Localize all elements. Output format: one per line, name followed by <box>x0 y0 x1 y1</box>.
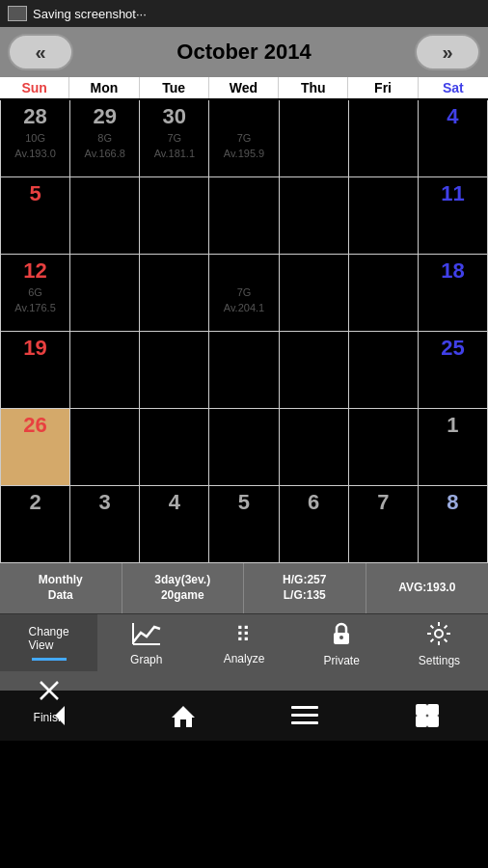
table-row[interactable]: 16 <box>280 255 349 332</box>
svg-rect-13 <box>428 705 438 715</box>
graph-icon <box>131 621 162 649</box>
menu-button[interactable] <box>284 694 326 737</box>
screenshot-icon <box>8 6 27 21</box>
svg-rect-10 <box>291 714 318 717</box>
dow-wed: Wed <box>209 77 279 98</box>
table-row[interactable]: 25 <box>419 332 488 409</box>
table-row[interactable]: 23 <box>280 332 349 409</box>
table-row[interactable]: 24 <box>349 332 419 409</box>
svg-rect-12 <box>417 705 426 715</box>
home-button[interactable] <box>162 694 204 737</box>
svg-marker-8 <box>172 706 195 727</box>
change-view-button[interactable]: ChangeView <box>0 614 97 671</box>
table-row[interactable]: 3 <box>70 486 140 563</box>
day-of-week-header: Sun Mon Tue Wed Thu Fri Sat <box>0 77 488 100</box>
recent-apps-button[interactable] <box>406 694 448 737</box>
change-view-underline <box>32 658 67 661</box>
dow-mon: Mon <box>69 77 139 98</box>
settings-button[interactable]: Settings <box>391 614 488 671</box>
table-row[interactable]: 307GAv.181.1 <box>140 100 209 177</box>
table-row[interactable]: 4 <box>140 486 209 563</box>
dow-sat: Sat <box>419 77 488 98</box>
stats-bar: MonthlyData 3day(3ev.)20game H/G:257L/G:… <box>0 563 488 613</box>
dow-sun: Sun <box>0 77 69 98</box>
private-button[interactable]: Private <box>293 614 391 671</box>
table-row[interactable]: 126GAv.176.5 <box>1 255 70 332</box>
table-row[interactable]: 7 <box>140 177 209 255</box>
system-nav-bar <box>0 691 488 741</box>
table-row[interactable]: 30 <box>280 409 349 486</box>
analyze-icon: ⠿ <box>235 623 253 648</box>
table-row[interactable]: 2 <box>280 100 349 177</box>
svg-point-4 <box>435 630 443 637</box>
table-row[interactable]: 20 <box>70 332 140 409</box>
today-cell[interactable]: 26 <box>1 409 70 486</box>
table-row[interactable]: 28 <box>140 409 209 486</box>
table-row[interactable]: 6 <box>280 486 349 563</box>
dow-tue: Tue <box>140 77 209 98</box>
monthly-data-stat: MonthlyData <box>0 563 122 613</box>
next-month-button[interactable]: » <box>415 34 480 70</box>
table-row[interactable]: 13 <box>70 255 140 332</box>
table-row[interactable]: 8 <box>209 177 279 255</box>
table-row[interactable]: 27 <box>70 409 140 486</box>
high-low-stat: H/G:257L/G:135 <box>244 563 366 613</box>
status-bar: Saving screenshot··· <box>0 0 488 27</box>
svg-rect-9 <box>291 706 318 709</box>
table-row[interactable]: 3 <box>349 100 419 177</box>
svg-marker-7 <box>55 706 65 725</box>
change-view-label: ChangeView <box>29 625 69 652</box>
settings-label: Settings <box>419 654 460 667</box>
analyze-button[interactable]: ⠿ Analyze <box>195 614 292 671</box>
back-button[interactable] <box>40 694 82 737</box>
table-row[interactable]: 4 <box>419 100 488 177</box>
table-row[interactable]: 29 <box>209 409 279 486</box>
table-row[interactable]: 5 <box>209 486 279 563</box>
table-row[interactable]: 2810GAv.193.0 <box>1 100 70 177</box>
table-row[interactable]: 17 <box>349 255 419 332</box>
analyze-label: Analyze <box>224 652 265 665</box>
svg-rect-15 <box>428 717 438 726</box>
graph-button[interactable]: Graph <box>97 614 195 671</box>
game-count-stat: 3day(3ev.)20game <box>122 563 245 613</box>
table-row[interactable]: 2 <box>1 486 70 563</box>
table-row[interactable]: 8 <box>419 486 488 563</box>
prev-month-button[interactable]: « <box>8 34 73 70</box>
table-row[interactable]: 7 <box>349 486 419 563</box>
calendar-grid: 2810GAv.193.0 298GAv.166.8 307GAv.181.1 … <box>0 100 488 563</box>
table-row[interactable]: 157GAv.204.1 <box>209 255 279 332</box>
table-row[interactable]: 31 <box>349 409 419 486</box>
svg-rect-14 <box>417 717 426 726</box>
table-row[interactable]: 11 <box>419 177 488 255</box>
calendar-header: « October 2014 » <box>0 27 488 77</box>
private-icon <box>328 620 355 650</box>
avg-stat: AVG:193.0 <box>366 563 489 613</box>
svg-point-3 <box>339 636 343 639</box>
status-text: Saving screenshot··· <box>33 7 147 21</box>
table-row[interactable]: 22 <box>209 332 279 409</box>
table-row[interactable]: 298GAv.166.8 <box>70 100 140 177</box>
table-row[interactable]: 19 <box>1 332 70 409</box>
dow-thu: Thu <box>279 77 348 98</box>
table-row[interactable]: 1 <box>419 409 488 486</box>
graph-label: Graph <box>130 653 162 666</box>
svg-rect-11 <box>291 721 318 724</box>
month-title: October 2014 <box>176 40 311 65</box>
table-row[interactable]: 14 <box>140 255 209 332</box>
private-label: Private <box>324 654 360 667</box>
table-row[interactable]: 5 <box>1 177 70 255</box>
table-row[interactable]: 18 <box>419 255 488 332</box>
table-row[interactable]: 6 <box>70 177 140 255</box>
bottom-toolbar: ChangeView Graph ⠿ Analyze Private <box>0 613 488 691</box>
dow-fri: Fri <box>348 77 418 98</box>
table-row[interactable]: 10 <box>349 177 419 255</box>
table-row[interactable]: 17GAv.195.9 <box>209 100 279 177</box>
table-row[interactable]: 21 <box>140 332 209 409</box>
table-row[interactable]: 9 <box>280 177 349 255</box>
settings-icon <box>425 620 452 650</box>
